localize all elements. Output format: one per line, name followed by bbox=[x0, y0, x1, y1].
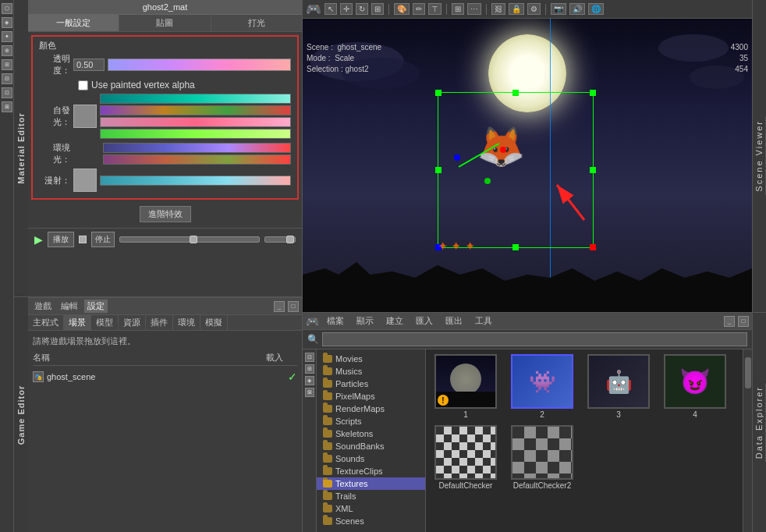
icon-btn-5[interactable]: ⊞ bbox=[2, 59, 12, 70]
tree-item-scenes[interactable]: Scenes bbox=[317, 515, 425, 527]
toolbar-game[interactable]: 遊戲 bbox=[31, 300, 55, 313]
playback-slider2[interactable] bbox=[264, 236, 296, 243]
asset-item-checker[interactable]: DefaultChecker bbox=[431, 425, 501, 490]
tree-item-scripts[interactable]: Scripts bbox=[317, 415, 425, 427]
icon-btn-8[interactable]: ⊠ bbox=[2, 101, 12, 112]
handle-br[interactable] bbox=[590, 244, 596, 250]
de-menu-create[interactable]: 建立 bbox=[381, 314, 408, 328]
tree-item-musics[interactable]: Musics bbox=[317, 365, 425, 378]
asset-item-1[interactable]: ! 1 bbox=[431, 354, 501, 419]
sv-btn-settings[interactable]: ⚙ bbox=[527, 3, 541, 15]
stop-icon[interactable] bbox=[79, 236, 87, 243]
de-scrollbar-thumb[interactable] bbox=[745, 357, 751, 388]
ambient-gradient-2[interactable] bbox=[103, 154, 291, 165]
sv-btn-sound[interactable]: 🔊 bbox=[569, 3, 585, 15]
icon-btn-3[interactable]: ✦ bbox=[2, 31, 12, 42]
tab-scene[interactable]: 場景 bbox=[64, 315, 91, 330]
handle-lc[interactable] bbox=[435, 167, 442, 173]
sv-btn-grid[interactable]: ⊞ bbox=[371, 3, 384, 15]
tree-item-xml[interactable]: XML bbox=[317, 502, 425, 515]
sv-btn-layout[interactable]: ⊞ bbox=[452, 3, 464, 15]
tab-model[interactable]: 模型 bbox=[91, 315, 119, 330]
handle-tl[interactable] bbox=[435, 90, 442, 96]
tab-env[interactable]: 環境 bbox=[173, 315, 200, 330]
de-window-minimize[interactable]: _ bbox=[724, 316, 735, 327]
icon-btn-7[interactable]: ⊡ bbox=[2, 87, 12, 98]
sv-btn-dots[interactable]: ⋯ bbox=[467, 3, 481, 15]
tree-item-sounds[interactable]: Sounds bbox=[317, 452, 425, 465]
tree-item-soundbanks[interactable]: SoundBanks bbox=[317, 440, 425, 452]
window-minimize[interactable]: _ bbox=[274, 301, 285, 312]
asset-item-checker2[interactable]: DefaultChecker2 bbox=[507, 425, 577, 490]
sv-btn-axis[interactable]: ⊤ bbox=[428, 3, 442, 15]
toolbar-edit[interactable]: 編輯 bbox=[58, 300, 81, 313]
playback-slider[interactable] bbox=[119, 236, 260, 243]
icon-btn-4[interactable]: ⊕ bbox=[2, 45, 12, 56]
diffuse-gradient[interactable] bbox=[100, 176, 291, 186]
gradient-teal[interactable] bbox=[100, 94, 291, 104]
transparency-input[interactable] bbox=[73, 59, 105, 71]
de-menu-display[interactable]: 顯示 bbox=[352, 314, 378, 328]
icon-btn-6[interactable]: ⊟ bbox=[2, 73, 12, 84]
tree-item-skeletons[interactable]: Skeletons bbox=[317, 427, 425, 440]
sv-btn-rotate[interactable]: ↻ bbox=[356, 3, 368, 15]
gradient-pink[interactable] bbox=[100, 117, 291, 127]
tree-item-textureclips[interactable]: TextureClips bbox=[317, 465, 425, 477]
de-menu-import[interactable]: 匯入 bbox=[411, 314, 438, 328]
sv-btn-paint[interactable]: 🎨 bbox=[394, 3, 410, 15]
sv-btn-chain[interactable]: ⛓ bbox=[491, 3, 505, 15]
vertex-alpha-checkbox[interactable] bbox=[78, 80, 88, 90]
tab-lighting[interactable]: 打光 bbox=[211, 15, 302, 31]
tab-resource[interactable]: 資源 bbox=[119, 315, 146, 330]
gradient-green[interactable] bbox=[100, 129, 291, 139]
asset-item-3[interactable]: 🤖 3 bbox=[583, 354, 654, 419]
de-icon-4[interactable]: ⊠ bbox=[305, 388, 314, 397]
advanced-btn[interactable]: 進階特效 bbox=[140, 206, 191, 222]
asset-item-4[interactable]: 😈 4 bbox=[660, 354, 730, 419]
self-luminance-swatch[interactable] bbox=[73, 105, 97, 128]
tree-item-rendermaps[interactable]: RenderMaps bbox=[317, 403, 425, 415]
handle-tr[interactable] bbox=[590, 90, 596, 96]
scene-canvas[interactable]: Scene : ghost_scene Mode : Scale Selecti… bbox=[303, 19, 752, 312]
tree-item-particles[interactable]: Particles bbox=[317, 378, 425, 390]
icon-btn-1[interactable]: ⬡ bbox=[2, 3, 12, 14]
de-window-maximize[interactable]: □ bbox=[738, 316, 749, 327]
sv-btn-world[interactable]: 🌐 bbox=[588, 3, 604, 15]
playback-thumb2[interactable] bbox=[286, 236, 294, 243]
tree-item-pixelmaps[interactable]: PixelMaps bbox=[317, 390, 425, 403]
tree-item-textures[interactable]: Textures bbox=[317, 477, 425, 490]
tab-texture[interactable]: 貼圖 bbox=[119, 15, 211, 31]
tab-main[interactable]: 主程式 bbox=[28, 315, 64, 330]
diffuse-swatch[interactable] bbox=[73, 168, 97, 192]
de-search-input[interactable] bbox=[322, 332, 747, 346]
table-row[interactable]: 🎭 ghost_scene ✓ bbox=[33, 369, 297, 385]
ambient-gradient-1[interactable] bbox=[103, 143, 291, 153]
sv-btn-lock[interactable]: 🔒 bbox=[509, 3, 524, 15]
play-icon[interactable]: ▶ bbox=[34, 233, 43, 246]
asset-item-2[interactable]: 👾 2 bbox=[507, 354, 577, 419]
de-scrollbar[interactable] bbox=[743, 349, 752, 532]
play-btn[interactable]: 播放 bbox=[48, 232, 74, 247]
de-menu-file[interactable]: 檔案 bbox=[322, 314, 349, 328]
de-menu-tools[interactable]: 工具 bbox=[470, 314, 497, 328]
tree-item-movies[interactable]: Movies bbox=[317, 353, 425, 365]
de-icon-2[interactable]: ⊞ bbox=[305, 364, 314, 374]
window-maximize[interactable]: □ bbox=[288, 301, 299, 312]
tree-item-trails[interactable]: Trails bbox=[317, 490, 425, 502]
stop-btn[interactable]: 停止 bbox=[91, 232, 115, 247]
icon-btn-2[interactable]: ◈ bbox=[2, 17, 12, 28]
tab-simulate[interactable]: 模擬 bbox=[200, 315, 228, 330]
handle-bc[interactable] bbox=[512, 244, 519, 250]
sv-btn-cursor[interactable]: ↖ bbox=[324, 3, 337, 15]
toolbar-settings[interactable]: 設定 bbox=[84, 300, 108, 313]
de-icon-3[interactable]: ◈ bbox=[305, 376, 314, 385]
gradient-multi[interactable] bbox=[100, 105, 291, 115]
tab-general[interactable]: 一般設定 bbox=[28, 15, 119, 31]
transparency-gradient[interactable] bbox=[108, 59, 291, 71]
playback-thumb[interactable] bbox=[190, 236, 197, 243]
tab-plugin[interactable]: 插件 bbox=[146, 315, 173, 330]
sv-btn-pen[interactable]: ✏ bbox=[413, 3, 425, 15]
sv-btn-cam[interactable]: 📷 bbox=[551, 3, 566, 15]
de-menu-export[interactable]: 匯出 bbox=[441, 314, 467, 328]
sv-btn-move[interactable]: ✛ bbox=[340, 3, 353, 15]
